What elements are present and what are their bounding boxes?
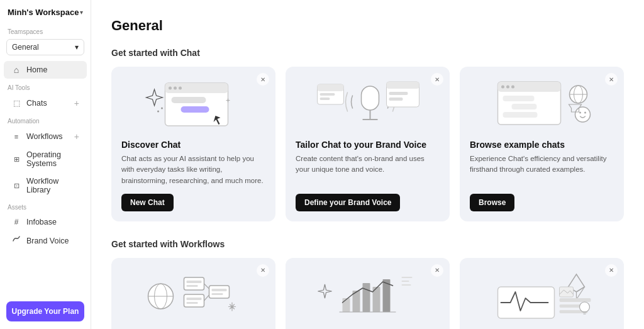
svg-rect-27 — [503, 112, 538, 118]
workflow-library-icon: ⊡ — [11, 182, 21, 190]
browse-chats-illustration — [470, 77, 614, 133]
svg-point-7 — [157, 111, 159, 113]
svg-rect-39 — [187, 285, 198, 287]
sidebar-item-operating-systems[interactable]: ⊞ Operating Systems — [4, 147, 87, 172]
teamspace-selected-value: General — [12, 43, 39, 52]
browse-close-button[interactable]: ✕ — [605, 73, 618, 86]
discover-chat-illustration — [121, 77, 265, 133]
workflow-cards-grid: ✕ — [111, 258, 624, 329]
main-content: General Get started with Chat ✕ — [91, 0, 644, 329]
unleash-workflows-illustration — [121, 268, 265, 325]
new-chat-button[interactable]: New Chat — [121, 194, 174, 211]
tailor-brand-voice-title: Tailor Chat to your Brand Voice — [296, 140, 440, 150]
svg-rect-13 — [387, 82, 419, 89]
svg-line-46 — [204, 284, 209, 289]
svg-rect-45 — [212, 293, 223, 295]
marketing-workflows-card: ✕ — [460, 258, 624, 329]
svg-rect-17 — [318, 84, 344, 91]
discover-chat-card: ✕ — [111, 67, 275, 221]
sidebar-item-home[interactable]: ⌂ Home — [4, 61, 87, 79]
workflows-label: Workflows — [26, 132, 69, 141]
automation-label: Automation — [0, 113, 91, 127]
sidebar-item-infobase[interactable]: # Infobase — [4, 214, 87, 230]
svg-rect-9 — [362, 86, 379, 110]
chat-cards-grid: ✕ — [111, 67, 624, 221]
workflow-section-title: Get started with Workflows — [111, 239, 624, 249]
svg-rect-14 — [389, 92, 408, 95]
operating-systems-icon: ⊞ — [11, 155, 21, 164]
svg-rect-42 — [187, 302, 198, 304]
sales-workflows-close-button[interactable]: ✕ — [431, 264, 443, 277]
chat-section-title: Get started with Chat — [111, 48, 624, 58]
svg-point-8 — [161, 108, 163, 109]
svg-rect-48 — [343, 298, 350, 312]
sidebar-item-brand-voice[interactable]: Brand Voice — [4, 231, 87, 250]
sales-workflows-card: ✕ — [286, 258, 450, 329]
svg-rect-50 — [363, 283, 370, 312]
browse-example-chats-card: ✕ — [460, 67, 624, 221]
svg-point-3 — [174, 87, 177, 90]
svg-rect-6 — [181, 106, 209, 113]
workflow-library-label: Workflow Library — [26, 177, 79, 194]
tailor-brand-voice-close-button[interactable]: ✕ — [431, 73, 443, 86]
tailor-brand-voice-card: ✕ — [286, 67, 450, 221]
unleash-workflows-card: ✕ — [111, 258, 275, 329]
svg-rect-43 — [209, 286, 230, 298]
marketing-workflows-close-button[interactable]: ✕ — [605, 264, 618, 277]
upgrade-plan-button[interactable]: Upgrade Your Plan — [6, 301, 84, 321]
svg-rect-5 — [172, 97, 206, 103]
chevron-down-icon: ▾ — [80, 9, 83, 16]
workspace-header[interactable]: Minh's Workspace ▾ — [0, 0, 91, 23]
discover-chat-desc: Chat acts as your AI assistant to help y… — [121, 153, 265, 186]
chats-label: Chats — [26, 99, 69, 108]
svg-rect-44 — [212, 289, 227, 291]
svg-line-47 — [204, 295, 209, 301]
assets-label: Assets — [0, 199, 91, 213]
workflows-icon: ≡ — [11, 133, 21, 140]
brand-voice-label: Brand Voice — [26, 237, 79, 245]
svg-rect-60 — [560, 298, 591, 302]
svg-rect-37 — [184, 277, 204, 290]
workflows-add-icon[interactable]: + — [74, 131, 79, 142]
svg-rect-25 — [503, 96, 535, 101]
infobase-icon: # — [11, 218, 21, 226]
sidebar-item-workflows[interactable]: ≡ Workflows + — [4, 128, 87, 145]
chats-add-icon[interactable]: + — [74, 98, 79, 108]
home-label: Home — [26, 65, 79, 74]
operating-systems-label: Operating Systems — [26, 150, 79, 168]
browse-button[interactable]: Browse — [470, 194, 514, 211]
marketing-workflows-illustration — [470, 268, 614, 325]
svg-point-33 — [584, 112, 586, 114]
browse-example-chats-desc: Experience Chat's efficiency and versati… — [470, 153, 614, 186]
sidebar-item-chats[interactable]: ⬚ Chats + — [4, 94, 87, 112]
brand-voice-icon — [11, 235, 21, 246]
svg-point-2 — [169, 87, 172, 90]
tailor-brand-voice-illustration — [296, 77, 440, 133]
discover-chat-close-button[interactable]: ✕ — [257, 73, 269, 86]
chats-icon: ⬚ — [11, 99, 21, 108]
teamspaces-label: Teamspaces — [0, 23, 91, 38]
unleash-workflows-close-button[interactable]: ✕ — [257, 264, 269, 277]
browse-example-chats-title: Browse example chats — [470, 140, 614, 150]
svg-rect-15 — [389, 98, 403, 101]
home-icon: ⌂ — [11, 65, 21, 75]
svg-point-64 — [580, 302, 590, 312]
svg-point-24 — [511, 86, 514, 89]
svg-marker-58 — [577, 287, 585, 299]
svg-point-23 — [506, 86, 509, 89]
sidebar: Minh's Workspace ▾ Teamspaces General ▾ … — [0, 0, 91, 329]
svg-rect-38 — [187, 281, 202, 283]
teamspace-chevron-icon: ▾ — [75, 43, 79, 52]
ai-tools-label: AI Tools — [0, 79, 91, 94]
teamspace-select[interactable]: General ▾ — [6, 39, 84, 55]
page-title: General — [111, 18, 624, 34]
svg-rect-40 — [184, 294, 204, 307]
svg-rect-18 — [320, 93, 335, 96]
svg-point-4 — [179, 87, 182, 90]
discover-chat-title: Discover Chat — [121, 140, 265, 150]
sidebar-item-workflow-library[interactable]: ⊡ Workflow Library — [4, 173, 87, 198]
define-brand-voice-button[interactable]: Define your Brand Voice — [296, 194, 400, 211]
tailor-brand-voice-desc: Create content that's on-brand and uses … — [296, 153, 440, 186]
svg-point-31 — [575, 107, 591, 122]
svg-rect-41 — [187, 298, 202, 300]
